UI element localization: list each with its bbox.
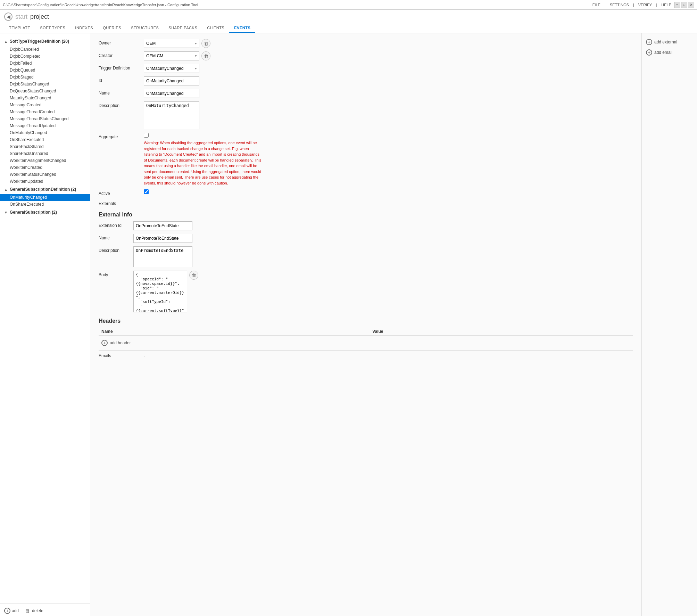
minimize-button[interactable]: − <box>674 2 680 8</box>
sidebar-item-dxqueuestatuschanged[interactable]: DxQueueStatusChanged <box>0 88 90 95</box>
ext-description-label: Description <box>99 246 133 253</box>
name-label: Name <box>99 89 144 96</box>
content-area: Owner OEM OEM.CM 🗑 Creator OEM.CM OEM <box>90 33 641 616</box>
sidebar-item-onshareexecuted2[interactable]: OnShareExecuted <box>0 201 90 208</box>
add-email-button[interactable]: + add email <box>646 49 693 56</box>
active-control <box>144 189 149 195</box>
title-path: C:\Git\ShareAspace\Configuration\InReach… <box>3 3 198 7</box>
sidebar-item-maturitystatechanged[interactable]: MaturityStateChanged <box>0 95 90 101</box>
tab-share-packs[interactable]: SHARE PACKS <box>164 24 202 33</box>
ext-name-input[interactable] <box>133 234 192 243</box>
description-label: Description <box>99 101 144 108</box>
sidebar-item-workitemupdated[interactable]: WorkItemUpdated <box>0 178 90 185</box>
tab-structures[interactable]: STRUCTURES <box>126 24 164 33</box>
creator-select[interactable]: OEM.CM OEM <box>144 51 199 60</box>
name-control <box>144 89 199 98</box>
ext-description-textarea[interactable]: OnPromoteToEndState <box>133 246 192 267</box>
name-row: Name <box>99 89 633 98</box>
tab-indexes[interactable]: INDEXES <box>70 24 98 33</box>
sidebar-item-messagethreadstatuschanged[interactable]: MessageThreadStatusChanged <box>0 115 90 122</box>
owner-trash-button[interactable]: 🗑 <box>201 39 210 48</box>
emails-label: Emails <box>99 353 144 358</box>
add-icon: + <box>4 608 10 614</box>
id-row: Id <box>99 76 633 85</box>
menu-bar: FILE | SETTINGS | VERIFY | HELP <box>592 3 671 7</box>
creator-trash-button[interactable]: 🗑 <box>201 51 210 60</box>
add-button[interactable]: + add <box>4 608 19 614</box>
group3-label: GeneralSubscription (2) <box>10 210 57 215</box>
group2-label: GeneralSubscriptionDefinition (2) <box>10 187 76 192</box>
menu-sep1: | <box>605 3 606 7</box>
back-button[interactable]: ◀ <box>4 13 13 21</box>
description-control: OnMaturityChanged <box>144 101 199 129</box>
menu-verify[interactable]: VERIFY <box>638 3 652 7</box>
aggregate-checkbox[interactable] <box>144 133 149 138</box>
sidebar-item-dxjobstatuschanged[interactable]: DxjobStatusChanged <box>0 81 90 88</box>
body-trash-button[interactable]: 🗑 <box>189 271 198 280</box>
col-name: Name <box>99 328 370 336</box>
col-value: Value <box>370 328 633 336</box>
owner-select[interactable]: OEM OEM.CM <box>144 39 199 48</box>
creator-select-wrapper: OEM.CM OEM <box>144 51 199 60</box>
sidebar-item-workitemcreated[interactable]: WorkItemCreated <box>0 164 90 171</box>
sidebar-item-dxjobstaged[interactable]: DxjobStaged <box>0 74 90 81</box>
tab-clients[interactable]: CLIENTS <box>202 24 229 33</box>
sidebar-item-sharepackunshared[interactable]: SharePackUnshared <box>0 150 90 157</box>
group1-label: SoftTypeTriggerDefinition (20) <box>10 39 69 44</box>
owner-label: Owner <box>99 39 144 46</box>
extension-id-input[interactable] <box>133 221 192 230</box>
sidebar-item-dxjobfailed[interactable]: DxjobFailed <box>0 60 90 67</box>
description-textarea[interactable]: OnMaturityChanged <box>144 101 199 129</box>
add-header-label: add header <box>110 340 131 345</box>
sidebar-item-onmaturitychanged-active[interactable]: OnMaturityChanged <box>0 194 90 201</box>
owner-row: Owner OEM OEM.CM 🗑 <box>99 39 633 48</box>
ext-name-row: Name <box>99 234 633 243</box>
sidebar-item-dxjobqueued[interactable]: DxjobQueued <box>0 67 90 74</box>
sidebar-item-sharepackshared[interactable]: SharePackShared <box>0 143 90 150</box>
delete-button[interactable]: 🗑 delete <box>24 608 43 614</box>
menu-sep3: | <box>656 3 657 7</box>
emails-row: Emails . <box>99 353 633 358</box>
app-title-project: project <box>30 13 49 20</box>
sidebar-item-messagecreated[interactable]: MessageCreated <box>0 101 90 108</box>
creator-label: Creator <box>99 51 144 58</box>
sidebar-item-messagethreadcreated[interactable]: MessageThreadCreated <box>0 108 90 115</box>
sidebar-item-onmaturitychanged1[interactable]: OnMaturityChanged <box>0 129 90 136</box>
add-external-button[interactable]: + add external <box>646 39 693 45</box>
name-input[interactable] <box>144 89 199 98</box>
add-header-button[interactable]: + add header <box>99 338 633 347</box>
extension-id-label: Extension Id <box>99 221 133 228</box>
trigger-def-control: OnMaturityChanged OnShareExecuted <box>144 64 199 73</box>
ext-name-label: Name <box>99 234 133 240</box>
sidebar-group-generalsubdef[interactable]: ▲ GeneralSubscriptionDefinition (2) <box>0 185 90 194</box>
sidebar-item-workitemassignmentchanged[interactable]: WorkItemAssignmentChanged <box>0 157 90 164</box>
sidebar-content: ▲ SoftTypeTriggerDefinition (20) DxjobCa… <box>0 37 90 603</box>
menu-help[interactable]: HELP <box>661 3 671 7</box>
sidebar-item-dxjobcancelled[interactable]: DxjobCancelled <box>0 46 90 53</box>
trigger-def-select[interactable]: OnMaturityChanged OnShareExecuted <box>144 64 199 73</box>
maximize-button[interactable]: □ <box>681 2 687 8</box>
tab-events[interactable]: EVENTS <box>229 24 255 33</box>
tab-soft-types[interactable]: SOFT TYPES <box>35 24 70 33</box>
trigger-def-select-wrapper: OnMaturityChanged OnShareExecuted <box>144 64 199 73</box>
sidebar-item-dxjobcompleted[interactable]: DxjobCompleted <box>0 53 90 60</box>
tab-queries[interactable]: QUERIES <box>98 24 126 33</box>
close-button[interactable]: ✕ <box>688 2 694 8</box>
app-header: ◀ start project TEMPLATE SOFT TYPES INDE… <box>0 10 697 33</box>
menu-file[interactable]: FILE <box>592 3 600 7</box>
sidebar-item-workitemstatuschanged[interactable]: WorkItemStatusChanged <box>0 171 90 178</box>
sidebar-item-messagethreadupdated[interactable]: MessageThreadUpdated <box>0 122 90 129</box>
menu-settings[interactable]: SETTINGS <box>610 3 629 7</box>
active-checkbox[interactable] <box>144 189 149 194</box>
tab-template[interactable]: TEMPLATE <box>4 24 35 33</box>
add-email-icon: + <box>646 49 652 56</box>
delete-icon: 🗑 <box>24 608 31 614</box>
sidebar-item-onshareexecuted1[interactable]: OnShareExecuted <box>0 136 90 143</box>
sidebar-group-generalsub[interactable]: ▼ GeneralSubscription (2) <box>0 208 90 217</box>
sidebar-group-softtypedef[interactable]: ▲ SoftTypeTriggerDefinition (20) <box>0 37 90 46</box>
body-textarea[interactable]: { "spaceId": "{{nova.space.id}}", "oid":… <box>133 271 187 312</box>
id-input[interactable] <box>144 76 199 85</box>
aggregate-label: Aggregate <box>99 133 144 139</box>
externals-row: Externals <box>99 199 633 206</box>
owner-select-wrapper: OEM OEM.CM <box>144 39 199 48</box>
